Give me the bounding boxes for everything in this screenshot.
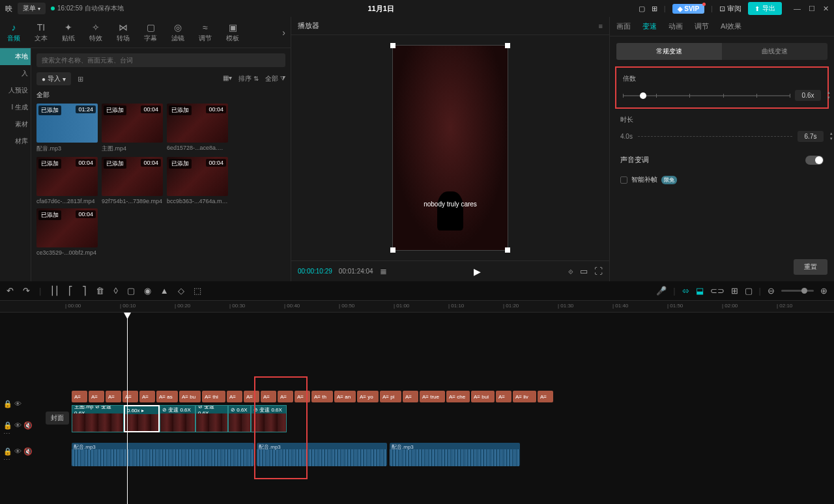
review-button[interactable]: ⊡ 审阅 bbox=[719, 4, 741, 14]
bookmark-icon[interactable]: ◊ bbox=[113, 286, 117, 296]
text-clip[interactable]: A≡ an bbox=[334, 391, 356, 402]
redo-icon[interactable]: ↷ bbox=[23, 286, 30, 296]
side-nav-item-5[interactable]: 材库 bbox=[0, 133, 31, 150]
split-icon[interactable]: ⎮⎮ bbox=[50, 286, 59, 296]
record-icon[interactable]: ◉ bbox=[144, 286, 151, 296]
magnet-icon[interactable]: ⬄ bbox=[682, 286, 689, 296]
audio-track-controls[interactable]: 🔒 👁 🔇 ⋯ bbox=[0, 443, 39, 469]
svip-badge[interactable]: ◆ SVIP bbox=[672, 4, 705, 14]
text-clip[interactable]: A≡ bbox=[538, 391, 553, 402]
top-tab-4[interactable]: ⋈转场 bbox=[109, 17, 137, 48]
cut-right-icon[interactable]: ⎤ bbox=[82, 286, 87, 296]
rotate-icon[interactable]: ◇ bbox=[178, 286, 184, 296]
player-menu-icon[interactable]: ≡ bbox=[599, 22, 603, 30]
minimize-icon[interactable]: — bbox=[794, 5, 801, 13]
top-tab-5[interactable]: ▢字幕 bbox=[137, 17, 164, 48]
zoom-in-icon[interactable]: ⊕ bbox=[820, 286, 827, 296]
top-tab-0[interactable]: ♪音频 bbox=[0, 17, 27, 48]
resize-handle-br[interactable] bbox=[505, 247, 510, 253]
text-track-controls[interactable]: 🔒 👁 bbox=[0, 391, 39, 417]
video-track-controls[interactable]: 🔒 👁 🔇 ⋯ bbox=[0, 417, 39, 443]
text-clip[interactable]: A≡ bbox=[295, 391, 310, 402]
ratio-icon[interactable]: ▭ bbox=[580, 266, 588, 276]
search-input[interactable] bbox=[36, 53, 285, 67]
grid-view-icon[interactable]: ⊞ bbox=[78, 75, 83, 83]
side-nav-item-4[interactable]: 素材 bbox=[0, 116, 31, 133]
text-clip[interactable]: A≡ bbox=[227, 391, 242, 402]
zoom-slider[interactable] bbox=[781, 290, 814, 292]
speed-slider[interactable] bbox=[623, 95, 790, 96]
mic-icon[interactable]: 🎤 bbox=[656, 286, 667, 296]
text-clip[interactable]: A≡ bbox=[72, 391, 87, 402]
link-icon[interactable]: ⬓ bbox=[696, 286, 704, 296]
cover-button[interactable]: 封面 bbox=[46, 412, 69, 425]
sub-tab-1[interactable]: 曲线变速 bbox=[722, 43, 827, 60]
fullscreen-icon[interactable]: ⛶ bbox=[594, 266, 603, 276]
speed-slider-thumb[interactable] bbox=[640, 92, 646, 99]
zoom-out-icon[interactable]: ⊖ bbox=[768, 286, 775, 296]
time-ruler[interactable]: | 00:00| 00:10| 00:20| 00:30| 00:40| 00:… bbox=[0, 301, 834, 313]
mirror-icon[interactable]: ▲ bbox=[160, 286, 169, 296]
align-icon[interactable]: ⊞ bbox=[731, 286, 738, 296]
top-tab-6[interactable]: ◎滤镜 bbox=[164, 17, 192, 48]
video-clip[interactable]: ⊘ 变速 0.6X bbox=[195, 405, 228, 432]
undo-icon[interactable]: ↶ bbox=[7, 286, 14, 296]
side-nav-item-3[interactable]: I 生成 bbox=[0, 99, 31, 116]
media-item-6[interactable]: 已添加00:04ce3c3529-...00bf2.mp4 bbox=[36, 208, 98, 256]
media-item-2[interactable]: 已添加00:046ed15728-...ace8a.mp4 bbox=[167, 104, 228, 153]
text-clip[interactable]: A≡ bbox=[261, 391, 276, 402]
top-tab-8[interactable]: ▣模板 bbox=[219, 17, 246, 48]
crop-timeline-icon[interactable]: ⬚ bbox=[194, 286, 201, 296]
audio-clip[interactable]: 配音.mp3 bbox=[257, 443, 387, 466]
text-clip[interactable]: A≡ as bbox=[156, 391, 178, 402]
pitch-toggle[interactable] bbox=[805, 156, 824, 165]
text-clip[interactable]: A≡ true bbox=[420, 391, 445, 402]
prop-tab-4[interactable]: AI效果 bbox=[721, 21, 741, 31]
preview-icon[interactable]: ▢ bbox=[745, 286, 753, 296]
text-clip[interactable]: A≡ thi bbox=[202, 391, 225, 402]
top-tab-7[interactable]: ≈调节 bbox=[192, 17, 219, 48]
reset-button[interactable]: 重置 bbox=[794, 259, 827, 275]
media-item-0[interactable]: 已添加01:24配音.mp3 bbox=[36, 104, 98, 153]
play-button[interactable]: ▶ bbox=[474, 266, 481, 277]
media-item-3[interactable]: 已添加00:04cfa67d6c-...2813f.mp4 bbox=[36, 157, 98, 204]
sort-button[interactable]: 排序 ⇅ bbox=[238, 74, 259, 83]
sub-tab-0[interactable]: 常规变速 bbox=[616, 43, 722, 60]
audio-track[interactable]: 配音.mp3配音.mp3配音.mp3 bbox=[72, 443, 834, 466]
side-nav-item-1[interactable]: 入 bbox=[0, 65, 31, 82]
top-tab-1[interactable]: TI文本 bbox=[27, 17, 55, 48]
close-icon[interactable]: ✕ bbox=[823, 5, 829, 13]
text-clip[interactable]: A≡ bbox=[106, 391, 121, 402]
preview-canvas[interactable]: nobody truly cares bbox=[392, 45, 508, 251]
media-item-1[interactable]: 已添加00:04主图.mp4 bbox=[102, 104, 163, 153]
text-clip[interactable]: A≡ pi bbox=[380, 391, 401, 402]
resize-handle-tr[interactable] bbox=[505, 43, 510, 48]
duration-value[interactable]: 6.7s▴▾ bbox=[798, 131, 824, 142]
more-tabs-icon[interactable]: › bbox=[277, 27, 291, 38]
video-clip[interactable]: 主图.mp ⊘ 变速 0.6X bbox=[72, 405, 124, 432]
resize-handle-tl[interactable] bbox=[390, 43, 395, 48]
resize-handle-bl[interactable] bbox=[390, 247, 395, 253]
text-clip[interactable]: A≡ bbox=[122, 391, 138, 402]
text-track[interactable]: A≡A≡A≡A≡A≡A≡ asA≡ buA≡ thiA≡A≡A≡A≡A≡A≡ t… bbox=[72, 391, 834, 402]
text-clip[interactable]: A≡ bbox=[244, 391, 259, 402]
text-clip[interactable]: A≡ th bbox=[311, 391, 333, 402]
view-mode-icon[interactable]: ▦▾ bbox=[223, 74, 232, 83]
snap-icon[interactable]: ⊂⊃ bbox=[710, 286, 725, 296]
media-item-5[interactable]: 已添加00:04bcc9b363-...4764a.mp4 bbox=[167, 157, 228, 204]
prop-tab-2[interactable]: 动画 bbox=[669, 21, 683, 31]
prop-tab-0[interactable]: 画面 bbox=[616, 21, 631, 31]
menu-button[interactable]: 菜单 ▾ bbox=[18, 3, 46, 14]
maximize-icon[interactable]: ☐ bbox=[809, 5, 815, 13]
delete-icon[interactable]: 🗑 bbox=[96, 286, 104, 296]
text-clip[interactable]: A≡ bbox=[403, 391, 418, 402]
cut-left-icon[interactable]: ⎡ bbox=[68, 286, 73, 296]
side-nav-item-2[interactable]: 人预设 bbox=[0, 82, 31, 99]
text-clip[interactable]: A≡ bbox=[278, 391, 293, 402]
video-track[interactable]: 主图.mp ⊘ 变速 0.6X0.60x ▸⊘ 变速 0.6X⊘ 变速 0.6X… bbox=[72, 405, 834, 432]
import-button[interactable]: ● 导入 ▾ bbox=[36, 72, 71, 85]
layout-icon[interactable]: ▢ bbox=[639, 5, 645, 13]
media-item-4[interactable]: 已添加00:0492f754b1-...7389e.mp4 bbox=[102, 157, 163, 204]
video-clip[interactable]: 0.60x ▸ bbox=[124, 405, 160, 432]
audio-clip[interactable]: 配音.mp3 bbox=[72, 443, 254, 466]
